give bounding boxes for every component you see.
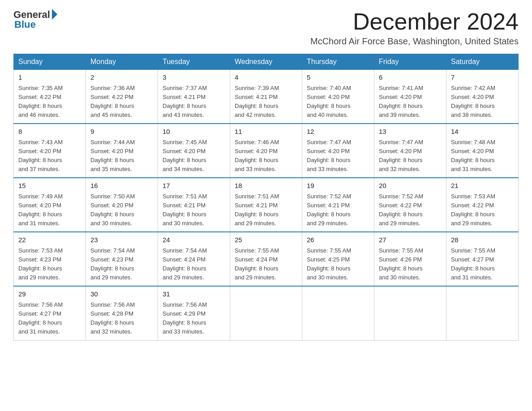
- day-info: Sunrise: 7:53 AM Sunset: 4:23 PM Dayligh…: [18, 246, 81, 283]
- day-info: Sunrise: 7:41 AM Sunset: 4:20 PM Dayligh…: [379, 84, 442, 120]
- page-header: General Blue December 2024 McChord Air F…: [13, 9, 519, 47]
- calendar-week-row: 1 Sunrise: 7:35 AM Sunset: 4:22 PM Dayli…: [14, 70, 519, 124]
- table-row: [374, 286, 446, 340]
- table-row: 18 Sunrise: 7:51 AM Sunset: 4:21 PM Dayl…: [230, 178, 302, 232]
- day-info: Sunrise: 7:44 AM Sunset: 4:20 PM Dayligh…: [90, 138, 153, 174]
- day-info: Sunrise: 7:36 AM Sunset: 4:22 PM Dayligh…: [90, 84, 153, 120]
- day-number: 6: [379, 73, 442, 83]
- day-number: 29: [18, 289, 81, 300]
- table-row: 10 Sunrise: 7:45 AM Sunset: 4:20 PM Dayl…: [158, 124, 230, 178]
- day-info: Sunrise: 7:42 AM Sunset: 4:20 PM Dayligh…: [451, 84, 514, 120]
- table-row: 5 Sunrise: 7:40 AM Sunset: 4:20 PM Dayli…: [302, 70, 374, 124]
- table-row: [446, 286, 519, 340]
- day-info: Sunrise: 7:35 AM Sunset: 4:22 PM Dayligh…: [18, 84, 81, 120]
- day-number: 4: [235, 73, 297, 83]
- day-number: 15: [18, 181, 81, 191]
- calendar-header-row: Sunday Monday Tuesday Wednesday Thursday…: [14, 54, 519, 70]
- day-number: 26: [307, 235, 369, 245]
- calendar-week-row: 29 Sunrise: 7:56 AM Sunset: 4:27 PM Dayl…: [14, 286, 519, 340]
- day-number: 10: [163, 127, 225, 137]
- day-number: 21: [451, 181, 514, 191]
- table-row: 11 Sunrise: 7:46 AM Sunset: 4:20 PM Dayl…: [230, 124, 302, 178]
- day-number: 8: [18, 127, 81, 137]
- day-number: 3: [163, 73, 225, 83]
- day-number: 17: [163, 181, 225, 191]
- col-tuesday: Tuesday: [158, 54, 230, 70]
- location-subtitle: McChord Air Force Base, Washington, Unit…: [310, 36, 519, 47]
- table-row: 14 Sunrise: 7:48 AM Sunset: 4:20 PM Dayl…: [446, 124, 519, 178]
- day-info: Sunrise: 7:54 AM Sunset: 4:24 PM Dayligh…: [163, 246, 225, 283]
- table-row: 4 Sunrise: 7:39 AM Sunset: 4:21 PM Dayli…: [230, 70, 302, 124]
- day-number: 28: [451, 235, 514, 245]
- col-monday: Monday: [86, 54, 158, 70]
- day-number: 30: [90, 289, 153, 300]
- day-info: Sunrise: 7:39 AM Sunset: 4:21 PM Dayligh…: [235, 84, 297, 120]
- day-number: 13: [379, 127, 442, 137]
- table-row: 22 Sunrise: 7:53 AM Sunset: 4:23 PM Dayl…: [14, 232, 86, 286]
- day-info: Sunrise: 7:49 AM Sunset: 4:20 PM Dayligh…: [18, 192, 81, 228]
- calendar-week-row: 15 Sunrise: 7:49 AM Sunset: 4:20 PM Dayl…: [14, 178, 519, 232]
- day-info: Sunrise: 7:54 AM Sunset: 4:23 PM Dayligh…: [90, 246, 153, 283]
- day-number: 20: [379, 181, 442, 191]
- day-number: 27: [379, 235, 442, 245]
- day-info: Sunrise: 7:47 AM Sunset: 4:20 PM Dayligh…: [307, 138, 369, 174]
- table-row: 31 Sunrise: 7:56 AM Sunset: 4:29 PM Dayl…: [158, 286, 230, 340]
- table-row: [230, 286, 302, 340]
- calendar-table: Sunday Monday Tuesday Wednesday Thursday…: [13, 54, 519, 340]
- col-wednesday: Wednesday: [230, 54, 302, 70]
- day-info: Sunrise: 7:56 AM Sunset: 4:27 PM Dayligh…: [18, 300, 81, 337]
- day-number: 1: [18, 73, 81, 83]
- day-info: Sunrise: 7:56 AM Sunset: 4:28 PM Dayligh…: [90, 300, 153, 337]
- table-row: 3 Sunrise: 7:37 AM Sunset: 4:21 PM Dayli…: [158, 70, 230, 124]
- day-number: 25: [235, 235, 297, 245]
- day-info: Sunrise: 7:51 AM Sunset: 4:21 PM Dayligh…: [163, 192, 225, 228]
- table-row: 13 Sunrise: 7:47 AM Sunset: 4:20 PM Dayl…: [374, 124, 446, 178]
- day-info: Sunrise: 7:55 AM Sunset: 4:24 PM Dayligh…: [235, 246, 297, 283]
- table-row: 24 Sunrise: 7:54 AM Sunset: 4:24 PM Dayl…: [158, 232, 230, 286]
- day-number: 5: [307, 73, 369, 83]
- table-row: 21 Sunrise: 7:53 AM Sunset: 4:22 PM Dayl…: [446, 178, 519, 232]
- col-thursday: Thursday: [302, 54, 374, 70]
- day-info: Sunrise: 7:50 AM Sunset: 4:20 PM Dayligh…: [90, 192, 153, 228]
- table-row: [302, 286, 374, 340]
- day-info: Sunrise: 7:55 AM Sunset: 4:25 PM Dayligh…: [307, 246, 369, 283]
- day-number: 11: [235, 127, 297, 137]
- day-info: Sunrise: 7:48 AM Sunset: 4:20 PM Dayligh…: [451, 138, 514, 174]
- col-sunday: Sunday: [14, 54, 86, 70]
- logo: General Blue: [13, 9, 57, 30]
- day-number: 12: [307, 127, 369, 137]
- table-row: 8 Sunrise: 7:43 AM Sunset: 4:20 PM Dayli…: [14, 124, 86, 178]
- day-number: 16: [90, 181, 153, 191]
- day-number: 31: [163, 289, 225, 300]
- day-info: Sunrise: 7:47 AM Sunset: 4:20 PM Dayligh…: [379, 138, 442, 174]
- table-row: 15 Sunrise: 7:49 AM Sunset: 4:20 PM Dayl…: [14, 178, 86, 232]
- day-number: 24: [163, 235, 225, 245]
- day-number: 18: [235, 181, 297, 191]
- table-row: 23 Sunrise: 7:54 AM Sunset: 4:23 PM Dayl…: [86, 232, 158, 286]
- calendar-week-row: 22 Sunrise: 7:53 AM Sunset: 4:23 PM Dayl…: [14, 232, 519, 286]
- table-row: 25 Sunrise: 7:55 AM Sunset: 4:24 PM Dayl…: [230, 232, 302, 286]
- table-row: 9 Sunrise: 7:44 AM Sunset: 4:20 PM Dayli…: [86, 124, 158, 178]
- table-row: 16 Sunrise: 7:50 AM Sunset: 4:20 PM Dayl…: [86, 178, 158, 232]
- table-row: 27 Sunrise: 7:55 AM Sunset: 4:26 PM Dayl…: [374, 232, 446, 286]
- day-number: 19: [307, 181, 369, 191]
- table-row: 29 Sunrise: 7:56 AM Sunset: 4:27 PM Dayl…: [14, 286, 86, 340]
- title-section: December 2024 McChord Air Force Base, Wa…: [310, 9, 519, 47]
- day-info: Sunrise: 7:53 AM Sunset: 4:22 PM Dayligh…: [451, 192, 514, 228]
- day-info: Sunrise: 7:56 AM Sunset: 4:29 PM Dayligh…: [163, 300, 225, 337]
- day-info: Sunrise: 7:51 AM Sunset: 4:21 PM Dayligh…: [235, 192, 297, 228]
- day-info: Sunrise: 7:52 AM Sunset: 4:22 PM Dayligh…: [379, 192, 442, 228]
- table-row: 2 Sunrise: 7:36 AM Sunset: 4:22 PM Dayli…: [86, 70, 158, 124]
- table-row: 20 Sunrise: 7:52 AM Sunset: 4:22 PM Dayl…: [374, 178, 446, 232]
- day-number: 9: [90, 127, 153, 137]
- table-row: 26 Sunrise: 7:55 AM Sunset: 4:25 PM Dayl…: [302, 232, 374, 286]
- day-info: Sunrise: 7:37 AM Sunset: 4:21 PM Dayligh…: [163, 84, 225, 120]
- day-number: 14: [451, 127, 514, 137]
- table-row: 7 Sunrise: 7:42 AM Sunset: 4:20 PM Dayli…: [446, 70, 519, 124]
- day-info: Sunrise: 7:55 AM Sunset: 4:26 PM Dayligh…: [379, 246, 442, 283]
- table-row: 19 Sunrise: 7:52 AM Sunset: 4:21 PM Dayl…: [302, 178, 374, 232]
- day-info: Sunrise: 7:55 AM Sunset: 4:27 PM Dayligh…: [451, 246, 514, 283]
- day-info: Sunrise: 7:45 AM Sunset: 4:20 PM Dayligh…: [163, 138, 225, 174]
- calendar-week-row: 8 Sunrise: 7:43 AM Sunset: 4:20 PM Dayli…: [14, 124, 519, 178]
- table-row: 12 Sunrise: 7:47 AM Sunset: 4:20 PM Dayl…: [302, 124, 374, 178]
